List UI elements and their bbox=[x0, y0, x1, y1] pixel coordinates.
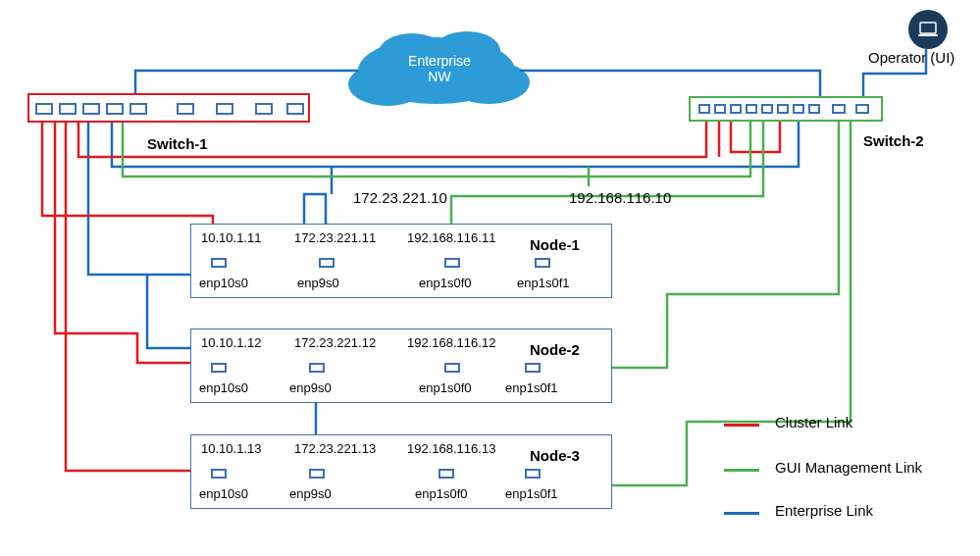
switch1-port-2 bbox=[59, 103, 77, 115]
switch1-port-6 bbox=[177, 103, 194, 115]
node3-nic0-label: enp10s0 bbox=[199, 486, 248, 501]
node-3-box: 10.10.1.13 172.23.221.13 192.168.116.13 … bbox=[190, 434, 612, 509]
switch2-port-10 bbox=[855, 104, 869, 114]
node1-nic2-label: enp1s0f0 bbox=[419, 276, 472, 290]
node-2-label: Node-2 bbox=[530, 341, 580, 358]
legend-cluster-swatch bbox=[724, 424, 759, 427]
node2-nic1-label: enp9s0 bbox=[289, 380, 332, 395]
node1-nic-enp1s0f0 bbox=[444, 258, 460, 268]
vip-mgmt-ip: 172.23.221.10 bbox=[353, 189, 447, 206]
node2-nic-enp9s0 bbox=[309, 363, 325, 373]
node2-gui-ip: 192.168.116.12 bbox=[407, 335, 495, 350]
switch1-port-4 bbox=[106, 103, 124, 115]
legend-ent-label: Enterprise Link bbox=[775, 502, 873, 519]
switch2-port-2 bbox=[714, 104, 726, 114]
node3-nic3-label: enp1s0f1 bbox=[505, 486, 558, 501]
node2-nic-enp1s0f1 bbox=[525, 363, 541, 373]
node1-mgmt-ip: 172.23.221.11 bbox=[294, 230, 376, 245]
node1-nic-enp10s0 bbox=[211, 258, 227, 268]
switch1-port-7 bbox=[216, 103, 233, 115]
switch1-port-9 bbox=[286, 103, 304, 115]
node-1-box: 10.10.1.11 172.23.221.11 192.168.116.11 … bbox=[190, 224, 612, 298]
switch1-port-3 bbox=[82, 103, 100, 115]
node2-nic-enp1s0f0 bbox=[444, 363, 460, 373]
laptop-icon bbox=[916, 18, 940, 41]
node1-nic0-label: enp10s0 bbox=[199, 276, 248, 290]
legend-ent-swatch bbox=[724, 512, 759, 515]
node3-nic-enp1s0f1 bbox=[525, 469, 541, 479]
legend-gui-swatch bbox=[724, 469, 759, 472]
node2-nic3-label: enp1s0f1 bbox=[505, 380, 558, 395]
node2-nic-enp10s0 bbox=[211, 363, 227, 373]
operator-icon bbox=[908, 10, 948, 49]
switch-2 bbox=[689, 96, 883, 122]
node2-cluster-ip: 10.10.1.12 bbox=[201, 335, 261, 350]
switch2-port-1 bbox=[698, 104, 710, 114]
svg-rect-6 bbox=[918, 34, 938, 36]
legend-cluster-label: Cluster Link bbox=[775, 414, 852, 430]
node3-nic2-label: enp1s0f0 bbox=[415, 486, 468, 501]
switch2-port-9 bbox=[832, 104, 846, 114]
node3-nic1-label: enp9s0 bbox=[289, 486, 332, 501]
node3-gui-ip: 192.168.116.13 bbox=[407, 441, 495, 456]
node2-nic2-label: enp1s0f0 bbox=[419, 380, 472, 395]
node1-nic1-label: enp9s0 bbox=[297, 276, 339, 290]
node-2-box: 10.10.1.12 172.23.221.12 192.168.116.12 … bbox=[190, 329, 612, 403]
switch1-port-1 bbox=[35, 103, 53, 115]
switch1-port-8 bbox=[255, 103, 273, 115]
node3-nic-enp9s0 bbox=[309, 469, 325, 479]
switch2-port-3 bbox=[730, 104, 742, 114]
switch2-port-4 bbox=[746, 104, 757, 114]
switch-2-label: Switch-2 bbox=[863, 132, 924, 149]
legend-gui-label: GUI Management Link bbox=[775, 459, 922, 476]
node1-nic-enp1s0f1 bbox=[535, 258, 550, 268]
node3-mgmt-ip: 172.23.221.13 bbox=[294, 441, 376, 456]
node-3-label: Node-3 bbox=[530, 447, 580, 464]
node3-nic-enp1s0f0 bbox=[438, 469, 454, 479]
node1-nic3-label: enp1s0f1 bbox=[517, 276, 570, 290]
switch-1-label: Switch-1 bbox=[147, 135, 208, 152]
svg-rect-5 bbox=[920, 23, 936, 33]
switch2-port-6 bbox=[777, 104, 789, 114]
node1-gui-ip: 192.168.116.11 bbox=[407, 230, 495, 245]
switch-1 bbox=[27, 93, 310, 123]
node1-cluster-ip: 10.10.1.11 bbox=[201, 230, 261, 245]
node3-cluster-ip: 10.10.1.13 bbox=[201, 441, 261, 456]
node2-nic0-label: enp10s0 bbox=[199, 380, 248, 395]
vip-gui-ip: 192.168.116.10 bbox=[569, 189, 671, 206]
node2-mgmt-ip: 172.23.221.12 bbox=[294, 335, 376, 350]
enterprise-nw-label: Enterprise NW bbox=[405, 53, 474, 84]
switch1-port-5 bbox=[129, 103, 147, 115]
switch2-port-5 bbox=[761, 104, 773, 114]
node3-nic-enp10s0 bbox=[211, 469, 227, 479]
operator-label: Operator (UI) bbox=[868, 49, 954, 66]
switch2-port-7 bbox=[793, 104, 804, 114]
node1-nic-enp9s0 bbox=[319, 258, 335, 268]
node-1-label: Node-1 bbox=[530, 236, 580, 253]
switch2-port-8 bbox=[808, 104, 820, 114]
